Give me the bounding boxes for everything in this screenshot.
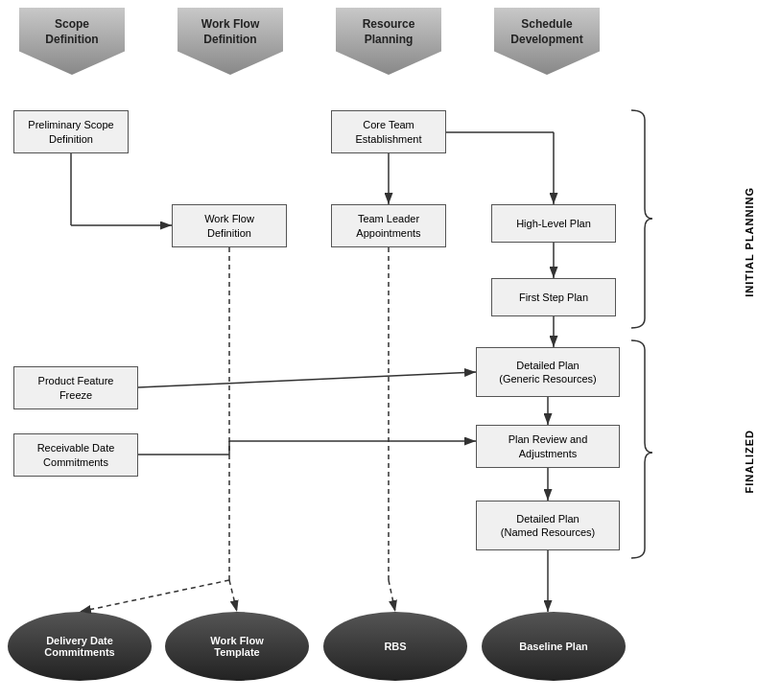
receivable-date-box: Receivable DateCommitments [13,433,138,477]
initial-planning-label: INITIAL PLANNING [744,187,755,297]
finalized-label: FINALIZED [744,430,755,493]
core-team-box: Core TeamEstablishment [331,110,446,153]
header-workflow-label: Work FlowDefinition [201,17,259,47]
team-leader-box: Team LeaderAppointments [331,204,446,247]
svg-line-15 [229,580,237,612]
header-scope: ScopeDefinition [19,8,125,75]
rbs-oval: RBS [323,612,467,681]
diagram-container: ScopeDefinition Work FlowDefinition Reso… [0,0,757,700]
workflow-def-box: Work FlowDefinition [172,204,287,247]
baseline-plan-oval: Baseline Plan [482,612,626,681]
header-schedule: ScheduleDevelopment [494,8,600,75]
header-scope-label: ScopeDefinition [45,17,98,47]
detailed-plan-named-box: Detailed Plan(Named Resources) [476,501,620,550]
svg-line-17 [389,580,395,612]
first-step-plan-box: First Step Plan [491,278,616,316]
product-feature-box: Product FeatureFreeze [13,366,138,409]
preliminary-scope-box: Preliminary Scope Definition [13,110,129,153]
detailed-plan-generic-box: Detailed Plan(Generic Resources) [476,347,620,397]
workflow-template-oval: Work FlowTemplate [165,612,309,681]
flow-lines [0,0,757,700]
high-level-plan-box: High-Level Plan [491,204,616,243]
header-resource: ResourcePlanning [336,8,441,75]
header-resource-label: ResourcePlanning [363,17,415,47]
header-workflow: Work FlowDefinition [177,8,283,75]
svg-line-9 [138,372,476,387]
delivery-date-oval: Delivery DateCommitments [8,612,152,681]
plan-review-box: Plan Review andAdjustments [476,425,620,468]
svg-line-14 [80,580,229,612]
header-schedule-label: ScheduleDevelopment [510,17,582,47]
